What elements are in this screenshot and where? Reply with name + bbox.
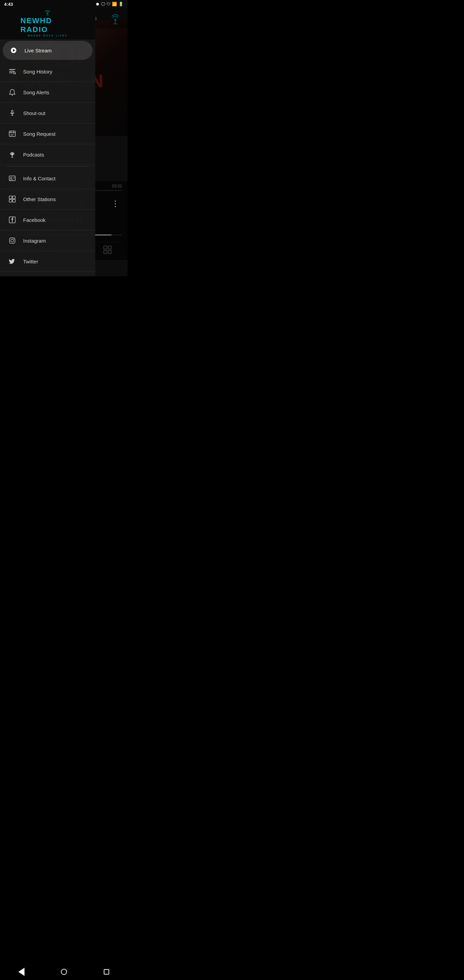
twitter-icon bbox=[7, 256, 18, 267]
facebook-icon bbox=[7, 215, 18, 225]
shield-icon: 🛡 bbox=[106, 2, 111, 6]
shout-out-label: Shout-out bbox=[23, 110, 45, 116]
sidebar-item-instagram[interactable]: Instagram bbox=[0, 231, 95, 251]
sidebar-item-shout-out[interactable]: Shout-out bbox=[0, 103, 95, 124]
signal-icon: 📶 bbox=[112, 2, 117, 6]
record-icon: ⏺ bbox=[95, 2, 100, 6]
sidebar-item-info-contact[interactable]: Info & Contact bbox=[0, 168, 95, 189]
sidebar-item-song-alerts[interactable]: Song Alerts bbox=[0, 82, 95, 103]
newhd-logo: NEWHD RADIO WHERE ROCK LIVES bbox=[21, 10, 75, 37]
svg-point-37 bbox=[14, 239, 14, 239]
menu-divider-1 bbox=[7, 166, 89, 167]
svg-rect-33 bbox=[13, 199, 15, 202]
other-stations-icon bbox=[7, 194, 18, 205]
song-history-label: Song History bbox=[23, 69, 52, 75]
other-stations-label: Other Stations bbox=[23, 196, 56, 202]
sidebar-item-song-request[interactable]: Song Request bbox=[0, 124, 95, 144]
song-alerts-label: Song Alerts bbox=[23, 89, 49, 95]
sidebar-item-facebook[interactable]: Facebook bbox=[0, 210, 95, 231]
sidebar-item-twitter[interactable]: Twitter bbox=[0, 251, 95, 272]
screen-icon: 🖵 bbox=[101, 2, 105, 6]
instagram-label: Instagram bbox=[23, 238, 46, 243]
drawer-menu: NEWHD RADIO WHERE ROCK LIVES Live Stream… bbox=[0, 0, 95, 276]
sidebar-item-live-stream[interactable]: Live Stream bbox=[3, 41, 92, 60]
newhd-title: NEWHD RADIO bbox=[21, 16, 75, 34]
svg-point-27 bbox=[11, 177, 12, 179]
svg-rect-8 bbox=[9, 69, 15, 70]
svg-rect-30 bbox=[9, 196, 12, 199]
podcasts-icon bbox=[7, 149, 18, 160]
song-alerts-icon bbox=[7, 87, 18, 98]
svg-point-11 bbox=[13, 72, 15, 74]
svg-rect-32 bbox=[9, 199, 12, 202]
svg-rect-31 bbox=[13, 196, 15, 199]
svg-rect-10 bbox=[9, 73, 13, 73]
info-contact-icon bbox=[7, 173, 18, 184]
svg-rect-17 bbox=[9, 131, 15, 137]
podcasts-label: Podcasts bbox=[23, 152, 44, 158]
status-icons: ⏺ 🖵 🛡 📶 🔋 bbox=[95, 2, 124, 6]
svg-rect-9 bbox=[9, 71, 14, 72]
shout-out-icon bbox=[7, 108, 18, 118]
sidebar-item-other-stations[interactable]: Other Stations bbox=[0, 189, 95, 210]
live-stream-icon bbox=[8, 45, 19, 56]
battery-icon: 🔋 bbox=[118, 2, 124, 6]
sidebar-item-podcasts[interactable]: Podcasts bbox=[0, 144, 95, 165]
song-request-icon bbox=[7, 128, 18, 139]
svg-point-13 bbox=[12, 95, 13, 95]
svg-point-3 bbox=[47, 13, 48, 14]
svg-point-23 bbox=[11, 153, 13, 156]
status-time: 4:43 bbox=[4, 2, 13, 7]
newhd-subtitle: WHERE ROCK LIVES bbox=[27, 34, 68, 37]
status-bar: 4:43 ⏺ 🖵 🛡 📶 🔋 bbox=[0, 0, 127, 8]
live-stream-label: Live Stream bbox=[24, 48, 52, 53]
info-contact-label: Info & Contact bbox=[23, 176, 56, 181]
sidebar-item-song-history[interactable]: Song History bbox=[0, 61, 95, 82]
svg-point-36 bbox=[11, 239, 14, 242]
twitter-label: Twitter bbox=[23, 259, 38, 264]
song-request-label: Song Request bbox=[23, 131, 56, 137]
song-history-icon bbox=[7, 66, 18, 77]
facebook-label: Facebook bbox=[23, 217, 46, 223]
svg-rect-14 bbox=[11, 110, 13, 113]
svg-line-12 bbox=[15, 74, 16, 75]
sidebar-item-sports[interactable]: Sports bbox=[0, 272, 95, 276]
instagram-icon bbox=[7, 235, 18, 246]
